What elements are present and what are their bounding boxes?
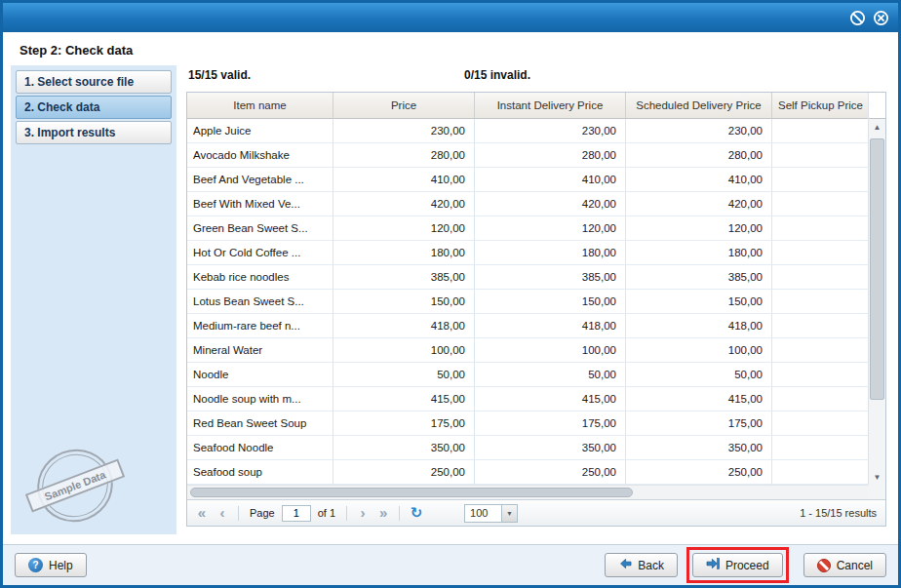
sidebar-item-1-select-source-file[interactable]: 1. Select source file [16, 70, 172, 94]
table-row[interactable]: Hot Or Cold Coffee ...180,00180,00180,00 [187, 241, 868, 265]
close-icon[interactable] [873, 10, 889, 26]
table-row[interactable]: Beef With Mixed Ve...420,00420,00420,00 [187, 192, 868, 216]
page-size-combo[interactable]: 100 ▼ [464, 504, 518, 523]
table-cell [772, 436, 868, 460]
cancel-button-label: Cancel [837, 559, 873, 572]
last-page-button[interactable]: » [374, 502, 392, 524]
sidebar-item-3-import-results[interactable]: 3. Import results [16, 121, 172, 144]
table-row[interactable]: Apple Juice230,00230,00230,00 [187, 119, 868, 143]
table-cell: 280,00 [333, 143, 475, 168]
table-cell: 415,00 [626, 387, 772, 412]
vertical-scrollbar[interactable]: ▲ ▼ [868, 93, 885, 485]
page-label: Page [250, 507, 275, 519]
column-header[interactable]: Scheduled Delivery Price [626, 93, 772, 119]
toolbar-separator [346, 506, 347, 521]
table-row[interactable]: Noodle soup with m...415,00415,00415,00 [187, 387, 868, 412]
horizontal-scrollbar[interactable] [187, 485, 868, 499]
items-table: Item namePriceInstant Delivery PriceSche… [187, 93, 868, 485]
refresh-button[interactable]: ↻ [407, 504, 426, 522]
help-button[interactable]: ? Help [15, 553, 87, 577]
table-cell: 418,00 [333, 314, 475, 338]
back-button[interactable]: Back [605, 553, 678, 577]
table-cell: 420,00 [626, 192, 772, 216]
table-row[interactable]: Seafood soup250,00250,00250,00 [187, 460, 868, 485]
table-row[interactable]: Green Bean Sweet S...120,00120,00120,00 [187, 216, 868, 241]
table-cell: 150,00 [626, 290, 772, 314]
column-header[interactable]: Item name [187, 93, 333, 119]
table-cell [772, 290, 868, 314]
content-area: Step 2: Check data 1. Select source file… [3, 32, 898, 544]
table-cell [772, 314, 868, 338]
table-cell [772, 192, 868, 216]
body-row: 1. Select source file2. Check data3. Imp… [3, 65, 898, 544]
results-count-label: 1 - 15/15 results [800, 507, 880, 519]
next-page-button[interactable]: › [354, 502, 372, 524]
invalid-count-label: 0/15 invalid. [464, 68, 530, 82]
table-cell: 120,00 [475, 216, 626, 241]
table-cell: 230,00 [333, 119, 475, 143]
table-cell: Medium-rare beef n... [187, 314, 333, 338]
table-row[interactable]: Noodle50,0050,0050,00 [187, 363, 868, 387]
table-cell: Seafood soup [187, 460, 333, 485]
data-grid: Item namePriceInstant Delivery PriceSche… [186, 92, 886, 527]
table-cell: 175,00 [626, 412, 772, 436]
table-row[interactable]: Seafood Noodle350,00350,00350,00 [187, 436, 868, 460]
table-cell: 385,00 [333, 265, 475, 290]
table-cell: Green Bean Sweet S... [187, 216, 333, 241]
sidebar-item-2-check-data[interactable]: 2. Check data [16, 96, 172, 119]
table-cell: Lotus Bean Sweet S... [187, 290, 333, 314]
vertical-scroll-track[interactable] [869, 135, 885, 469]
table-cell: 350,00 [626, 436, 772, 460]
table-cell: 120,00 [626, 216, 772, 241]
table-cell: 280,00 [626, 143, 772, 168]
help-icon: ? [28, 558, 43, 572]
table-cell: 50,00 [626, 363, 772, 387]
table-body: Apple Juice230,00230,00230,00Avocado Mil… [187, 119, 868, 485]
table-cell: Noodle soup with m... [187, 387, 333, 412]
import-wizard-window: Step 2: Check data 1. Select source file… [0, 0, 901, 588]
table-cell: 350,00 [333, 436, 475, 460]
table-cell: 415,00 [475, 387, 626, 412]
combo-dropdown-icon[interactable]: ▼ [501, 504, 518, 523]
block-icon[interactable] [849, 10, 866, 26]
steps-sidebar: 1. Select source file2. Check data3. Imp… [11, 65, 176, 534]
table-cell [772, 119, 868, 143]
table-cell: 100,00 [333, 338, 475, 363]
table-cell: 230,00 [475, 119, 626, 143]
scroll-down-button[interactable]: ▼ [869, 469, 885, 485]
table-row[interactable]: Mineral Water100,00100,00100,00 [187, 338, 868, 363]
first-page-button[interactable]: « [193, 502, 211, 524]
table-row[interactable]: Avocado Milkshake280,00280,00280,00 [187, 143, 868, 168]
table-cell [772, 412, 868, 436]
table-cell: 410,00 [475, 168, 626, 192]
page-size-value[interactable]: 100 [464, 504, 501, 523]
proceed-button[interactable]: Proceed [692, 553, 783, 577]
table-row[interactable]: Red Bean Sweet Soup175,00175,00175,00 [187, 412, 868, 436]
table-row[interactable]: Kebab rice noodles385,00385,00385,00 [187, 265, 868, 290]
page-number-input[interactable] [282, 505, 311, 522]
cancel-icon [817, 559, 831, 572]
table-cell: 280,00 [475, 143, 626, 168]
proceed-icon [706, 557, 720, 573]
titlebar [3, 3, 898, 32]
vertical-scroll-thumb[interactable] [870, 138, 884, 400]
table-cell: 250,00 [475, 460, 626, 485]
table-row[interactable]: Medium-rare beef n...418,00418,00418,00 [187, 314, 868, 338]
scroll-up-button[interactable]: ▲ [869, 119, 885, 135]
table-cell: 50,00 [333, 363, 475, 387]
column-header[interactable]: Self Pickup Price [772, 93, 868, 119]
prev-page-button[interactable]: ‹ [214, 502, 231, 524]
table-cell: 420,00 [333, 192, 475, 216]
table-row[interactable]: Lotus Bean Sweet S...150,00150,00150,00 [187, 290, 868, 314]
sample-data-stamp: Sample Data [20, 432, 130, 539]
table-row[interactable]: Beef And Vegetable ...410,00410,00410,00 [187, 168, 868, 192]
table-cell: 385,00 [475, 265, 626, 290]
table-cell: Seafood Noodle [187, 436, 333, 460]
table-cell [772, 216, 868, 241]
paging-toolbar: « ‹ Page of 1 › » ↻ 100 ▼ [187, 499, 885, 526]
column-header[interactable]: Price [333, 93, 475, 119]
horizontal-scroll-thumb[interactable] [190, 488, 633, 497]
proceed-button-label: Proceed [725, 559, 769, 572]
cancel-button[interactable]: Cancel [803, 553, 886, 577]
column-header[interactable]: Instant Delivery Price [475, 93, 626, 119]
